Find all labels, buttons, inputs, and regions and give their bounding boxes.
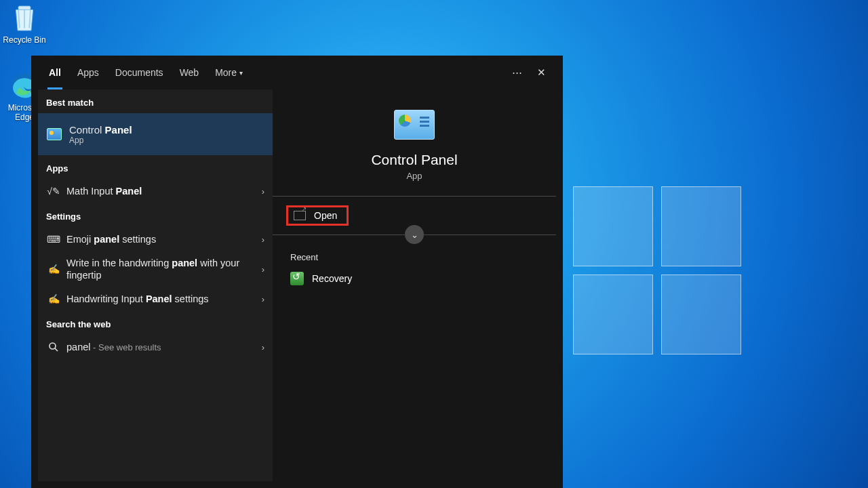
- open-label: Open: [314, 210, 337, 221]
- keyboard-icon: ⌨: [46, 232, 61, 247]
- results-column: Best match Control Panel App Apps √✎ Mat…: [38, 89, 273, 481]
- result-best-control-panel[interactable]: Control Panel App: [38, 113, 273, 155]
- recycle-bin-icon: [10, 4, 39, 33]
- chevron-right-icon: ›: [262, 264, 264, 274]
- chevron-down-icon: ⌄: [411, 230, 418, 240]
- recovery-icon: [290, 272, 304, 285]
- section-best-match: Best match: [38, 89, 273, 113]
- result-title-pre: Control: [69, 124, 105, 136]
- recent-item-recovery[interactable]: Recovery: [273, 268, 556, 289]
- options-button[interactable]: ⋯: [505, 60, 529, 85]
- chevron-right-icon: ›: [262, 342, 264, 352]
- recent-item-label: Recovery: [312, 273, 352, 284]
- control-panel-icon: [46, 126, 62, 142]
- result-handwriting-panel-fingertip[interactable]: ✍ Write in the handwriting panel with yo…: [38, 251, 273, 287]
- close-icon: ✕: [537, 66, 546, 79]
- chevron-right-icon: ›: [262, 235, 264, 245]
- close-button[interactable]: ✕: [529, 60, 553, 85]
- svg-line-3: [55, 348, 58, 351]
- open-button[interactable]: Open: [286, 205, 349, 226]
- chevron-right-icon: ›: [262, 294, 264, 304]
- search-panel: All Apps Documents Web More▾ ⋯ ✕ Best ma…: [31, 56, 563, 488]
- result-emoji-panel-settings[interactable]: ⌨ Emoji panel settings ›: [38, 227, 273, 251]
- svg-point-2: [50, 343, 56, 349]
- detail-pane: Control Panel App Open ⌄ Recent: [273, 89, 556, 481]
- open-icon: [294, 211, 306, 220]
- control-panel-icon-large: [394, 110, 435, 140]
- search-tabs: All Apps Documents Web More▾ ⋯ ✕: [31, 56, 563, 89]
- detail-title: Control Panel: [273, 152, 556, 168]
- result-math-input-panel[interactable]: √✎ Math Input Panel ›: [38, 179, 273, 203]
- tab-web[interactable]: Web: [172, 56, 208, 89]
- section-settings: Settings: [38, 203, 273, 227]
- result-title-match: Panel: [105, 124, 132, 136]
- search-content: Best match Control Panel App Apps √✎ Mat…: [38, 89, 556, 481]
- math-input-icon: √✎: [46, 184, 61, 199]
- chevron-right-icon: ›: [262, 186, 264, 197]
- tab-more[interactable]: More▾: [207, 56, 251, 89]
- windows-logo: [573, 186, 745, 359]
- section-search-web: Search the web: [38, 311, 273, 335]
- detail-subtitle: App: [273, 171, 556, 181]
- desktop-icon-label: Recycle Bin: [0, 35, 50, 45]
- ellipsis-icon: ⋯: [512, 66, 522, 79]
- tab-documents[interactable]: Documents: [107, 56, 172, 89]
- handwriting-icon: ✍: [46, 291, 61, 306]
- handwriting-icon: ✍: [46, 262, 61, 277]
- result-web-search-panel[interactable]: panel - See web results ›: [38, 335, 273, 359]
- desktop: Recycle Bin Microsoft Edge All Apps Docu…: [0, 0, 868, 488]
- tab-all[interactable]: All: [41, 56, 69, 89]
- chevron-down-icon: ▾: [239, 69, 243, 77]
- search-icon: [46, 340, 61, 354]
- desktop-icon-recycle-bin[interactable]: Recycle Bin: [0, 4, 50, 45]
- svg-rect-0: [18, 6, 31, 9]
- result-handwriting-input-panel-settings[interactable]: ✍ Handwriting Input Panel settings ›: [38, 287, 273, 311]
- result-subtitle: App: [69, 136, 132, 145]
- section-apps: Apps: [38, 155, 273, 179]
- tab-apps[interactable]: Apps: [69, 56, 107, 89]
- expand-button[interactable]: ⌄: [405, 225, 424, 244]
